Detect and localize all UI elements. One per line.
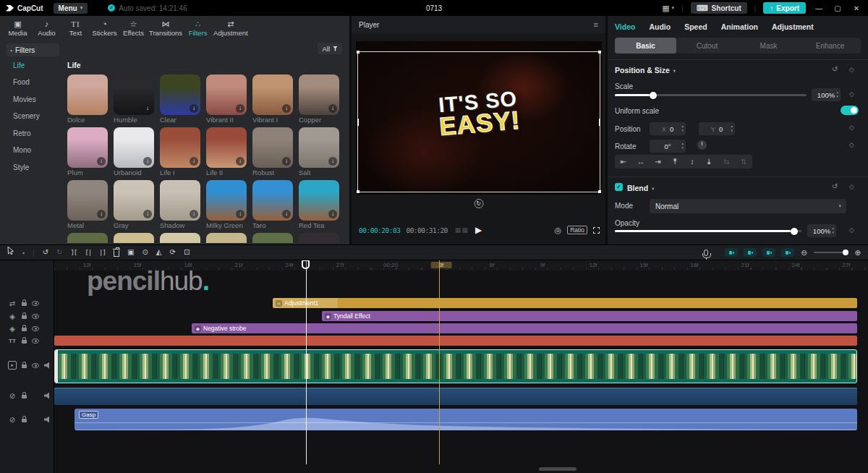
filter-item[interactable] (299, 233, 339, 243)
export-button[interactable]: ↑ Export (763, 2, 806, 14)
stepper-icon[interactable]: ▴▾ (681, 141, 684, 150)
tab-effects[interactable]: ☆Effects (120, 20, 147, 37)
position-y-field[interactable]: Y0 ▴▾ (699, 122, 735, 135)
sidebar-item-movies[interactable]: Movies (3, 91, 62, 108)
selection-handle[interactable] (357, 119, 359, 126)
text-clip[interactable] (54, 336, 857, 346)
video-preview[interactable]: IT'S SO EASY! (356, 41, 602, 195)
tab-transitions[interactable]: ⋈Transitions (149, 20, 182, 37)
selection-box[interactable] (357, 51, 600, 192)
play-button[interactable]: ▶ (475, 225, 482, 235)
filter-thumbnail[interactable]: ↓ (114, 127, 154, 168)
keyframe-icon[interactable]: ◇ (849, 90, 854, 98)
filter-item[interactable]: ↓Robust (252, 127, 293, 176)
shortcut-button[interactable]: ⌨ Shortcut (691, 2, 747, 14)
filter-item[interactable]: Dolce (67, 74, 108, 124)
sidebar-item-filters[interactable]: ▾ Filters (6, 43, 59, 56)
video-track-clip[interactable] (54, 349, 857, 383)
align-center-h-icon[interactable]: ↔ (632, 158, 650, 166)
preview-quality-icon[interactable]: ◎ (555, 226, 562, 235)
filter-item[interactable]: ↓Life I (160, 127, 200, 176)
reset-icon[interactable]: ↺ (832, 182, 838, 190)
filter-thumbnail[interactable] (67, 74, 108, 115)
uniform-scale-toggle[interactable] (841, 106, 859, 115)
tab-adjustment[interactable]: ⇄Adjustment (213, 20, 248, 37)
filter-item[interactable]: ↓Metal (67, 180, 108, 229)
filter-thumbnail[interactable]: ↓ (160, 180, 200, 221)
download-icon[interactable]: ↓ (328, 157, 337, 166)
zoom-in-icon[interactable]: ⊕ (855, 249, 861, 257)
download-icon[interactable]: ↓ (236, 157, 244, 166)
eye-icon[interactable] (32, 326, 39, 331)
opacity-slider[interactable] (615, 230, 801, 232)
selection-handle[interactable] (357, 190, 359, 193)
adjustment-clip[interactable]: ≈Adjustment1 (273, 298, 857, 308)
stepper-icon[interactable]: ▴▾ (731, 124, 733, 132)
blend-checkbox[interactable]: ✓ (615, 183, 623, 191)
preview-axis-toggle[interactable] (781, 248, 794, 257)
keyframe-icon[interactable]: ◇ (849, 183, 854, 190)
selection-handle[interactable] (598, 190, 601, 193)
scale-slider[interactable] (615, 94, 807, 96)
delete-icon[interactable] (114, 250, 119, 257)
filter-thumbnail[interactable] (206, 233, 247, 243)
frame-view-icons[interactable]: ▦▦ (455, 226, 469, 234)
selection-handle[interactable] (598, 51, 601, 54)
sidebar-item-style[interactable]: Style (3, 159, 62, 176)
filter-thumbnail[interactable]: ↓ (299, 180, 339, 221)
download-icon[interactable]: ↓ (190, 157, 198, 166)
delete-left-icon[interactable]: [| (85, 245, 91, 260)
keyframe-icon[interactable]: ◇ (849, 66, 854, 73)
download-icon[interactable]: ↓ (328, 104, 337, 113)
filter-thumbnail[interactable]: ↓ (299, 74, 339, 115)
filter-item[interactable] (67, 233, 108, 243)
fullscreen-icon[interactable] (593, 227, 600, 234)
rotate-dial[interactable] (697, 140, 707, 150)
microphone-icon[interactable] (704, 250, 708, 256)
filter-thumbnail[interactable]: ↓ (160, 127, 200, 168)
audio-track-clip[interactable] (54, 388, 857, 405)
inspector-tab-video[interactable]: Video (615, 22, 635, 31)
audio-clip-gasp[interactable]: Gasp (75, 409, 857, 430)
filter-item[interactable] (252, 233, 293, 243)
subtab-enhance[interactable]: Enhance (799, 38, 861, 54)
filter-item[interactable]: ↓Urbanoid (114, 127, 154, 176)
split-icon[interactable]: ][ (70, 245, 77, 260)
eye-icon[interactable] (32, 301, 39, 306)
download-icon[interactable]: ↓ (282, 104, 291, 113)
subtab-basic[interactable]: Basic (615, 38, 676, 54)
stepper-icon[interactable]: ▴▾ (681, 124, 684, 132)
filter-item[interactable]: ↓Salt (299, 127, 339, 176)
tab-filters[interactable]: ∴Filters (184, 20, 211, 37)
filter-thumbnail[interactable]: ↓ (67, 127, 108, 168)
crop-icon[interactable]: ⊡ (184, 245, 190, 260)
maximize-button[interactable]: ▢ (832, 4, 843, 12)
filter-item[interactable]: ↓Gray (114, 180, 154, 229)
close-button[interactable]: ✕ (851, 4, 862, 12)
eye-icon[interactable] (32, 363, 39, 368)
opacity-value-box[interactable]: 100% ▴▾ (807, 224, 836, 237)
download-icon[interactable]: ↓ (236, 104, 244, 113)
keyframe-icon[interactable]: ◇ (849, 124, 854, 131)
filter-all-dropdown[interactable]: All (318, 43, 342, 54)
select-tool-button[interactable] (7, 245, 14, 260)
player-menu-icon[interactable]: ≡ (594, 20, 598, 29)
download-icon[interactable]: ↓ (236, 210, 244, 218)
lock-icon[interactable] (22, 365, 27, 368)
align-left-icon[interactable]: ⇤ (615, 158, 632, 166)
filter-thumbnail[interactable] (67, 233, 108, 243)
download-icon[interactable]: ↓ (282, 157, 291, 166)
tab-stickers[interactable]: ◔Stickers (91, 20, 118, 37)
lock-icon[interactable] (22, 395, 27, 399)
filter-item[interactable]: ↓Plum (67, 127, 108, 176)
tab-text[interactable]: TIText (62, 20, 89, 37)
filter-thumbnail[interactable]: ↓ (206, 127, 247, 168)
zoom-out-icon[interactable]: ⊖ (801, 249, 807, 257)
chevron-down-icon[interactable]: ▾ (22, 250, 25, 255)
inspector-tab-speed[interactable]: Speed (684, 22, 707, 31)
download-icon[interactable]: ↓ (97, 210, 106, 218)
filter-item[interactable]: ↓Humble (114, 74, 154, 124)
align-top-icon[interactable]: ⇤ (666, 158, 684, 166)
horizontal-scrollbar[interactable] (539, 467, 576, 471)
download-icon[interactable]: ↓ (97, 157, 106, 166)
